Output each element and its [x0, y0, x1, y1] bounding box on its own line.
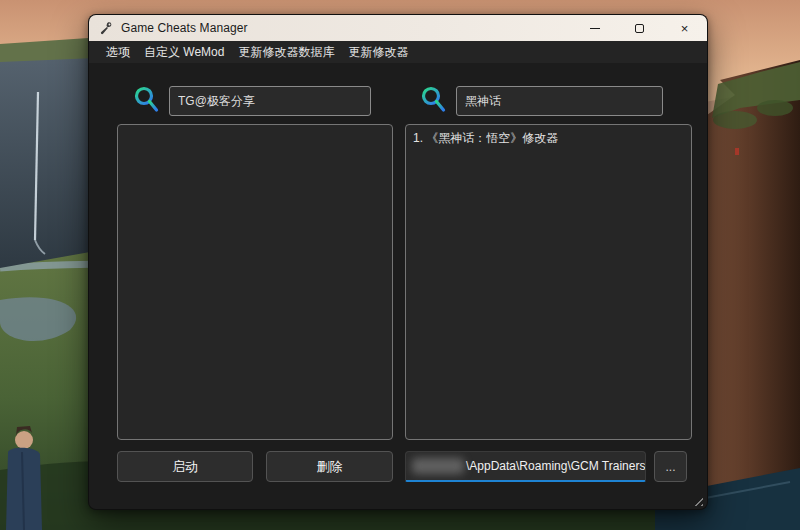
maximize-button[interactable]: [617, 15, 662, 41]
list-item-trainer-result[interactable]: 1. 《黑神话：悟空》修改器: [413, 130, 684, 147]
installed-trainers-list[interactable]: [117, 124, 393, 440]
menu-update-trainers[interactable]: 更新修改器: [341, 41, 415, 63]
minimize-icon: [590, 28, 600, 29]
close-button[interactable]: ×: [662, 15, 707, 41]
delete-button[interactable]: 删除: [266, 451, 393, 482]
menubar: 选项 自定义 WeMod 更新修改器数据库 更新修改器: [89, 41, 707, 63]
trainer-database-search-input[interactable]: [456, 86, 663, 116]
search-icon: [133, 85, 160, 114]
maximize-icon: [635, 24, 644, 33]
menu-customize-wemod[interactable]: 自定义 WeMod: [137, 41, 231, 63]
menu-options[interactable]: 选项: [99, 41, 137, 63]
download-path-text: \AppData\Roaming\GCM Trainers: [466, 459, 645, 473]
download-path-field[interactable]: \AppData\Roaming\GCM Trainers: [405, 451, 646, 482]
titlebar[interactable]: Game Cheats Manager ×: [89, 15, 707, 41]
resize-grip[interactable]: [693, 496, 703, 506]
redacted-user-prefix: [412, 458, 464, 474]
app-logo-icon: [99, 21, 113, 35]
search-icon: [420, 85, 447, 114]
menu-update-trainer-database[interactable]: 更新修改器数据库: [231, 41, 341, 63]
installed-trainers-search-input[interactable]: [169, 86, 371, 116]
minimize-button[interactable]: [572, 15, 617, 41]
launch-button[interactable]: 启动: [117, 451, 253, 482]
search-results-list[interactable]: 1. 《黑神话：悟空》修改器: [405, 124, 692, 440]
window-title: Game Cheats Manager: [121, 21, 248, 35]
close-icon: ×: [681, 22, 689, 35]
app-window: Game Cheats Manager × 选项 自定义 WeMod 更新修改器…: [88, 14, 708, 510]
browse-path-button[interactable]: ...: [654, 451, 687, 482]
